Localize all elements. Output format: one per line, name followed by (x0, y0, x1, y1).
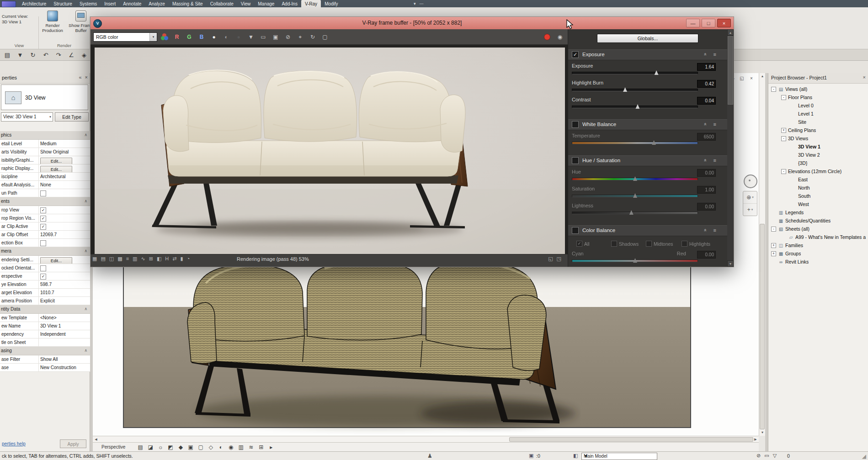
property-group-ents[interactable]: ents∧ (0, 197, 90, 206)
scroll-down-icon[interactable]: ▼ (727, 260, 734, 267)
collapse-section-icon[interactable]: » (702, 53, 708, 56)
property-value[interactable]: Edit... (39, 256, 90, 264)
property-checkbox[interactable] (40, 265, 46, 271)
property-checkbox[interactable]: ✓ (40, 216, 46, 222)
save-icon[interactable]: ▼ (16, 52, 24, 58)
slider-track[interactable] (572, 89, 698, 91)
ribbon-minimize-icon[interactable]: — (420, 1, 424, 6)
save-image-icon[interactable]: ▼ (246, 32, 256, 42)
slider-handle[interactable] (633, 176, 637, 181)
resize-grip-icon[interactable]: ◢ (862, 453, 866, 460)
property-group-asing[interactable]: asing∧ (0, 347, 90, 355)
section-menu-icon[interactable]: ≡ (714, 52, 716, 57)
fit-image-icon[interactable]: ◱ (548, 256, 553, 262)
collapse-node-icon[interactable]: - (781, 95, 786, 100)
collapse-section-icon[interactable]: » (702, 159, 708, 162)
show-corrections-icon[interactable]: ◉ (555, 32, 565, 42)
browser-item-3d-views[interactable]: -3D Views (768, 134, 868, 143)
crop-view-icon[interactable]: ▣ (187, 444, 194, 450)
chevron-down-icon[interactable]: ▾ (751, 208, 753, 211)
tab-modify[interactable]: Modify (321, 0, 341, 7)
viewport-sofa-model[interactable] (169, 256, 580, 434)
slider-value[interactable]: 6500 (697, 133, 716, 141)
tab-collaborate[interactable]: Collaborate (207, 0, 237, 7)
display-correction-icon[interactable]: ▢ (320, 32, 330, 42)
property-value[interactable] (39, 239, 90, 247)
scroll-left-icon[interactable]: ◀ (93, 436, 99, 443)
property-value[interactable]: 598.7 (39, 280, 90, 288)
property-value[interactable]: Show All (39, 355, 90, 363)
property-value[interactable]: Architectural (39, 173, 90, 180)
menu-icon[interactable]: ≡ (126, 256, 129, 262)
property-checkbox[interactable]: ✓ (40, 207, 46, 213)
browser-item-legends[interactable]: ▥Legends (768, 208, 868, 217)
collapse-node-icon[interactable]: - (771, 227, 776, 232)
close-panel-icon[interactable]: × (85, 74, 88, 80)
view-selector-dropdown[interactable]: View: 3D View 1 ▼ (1, 112, 53, 122)
render-production-button[interactable]: Render Production (39, 9, 66, 43)
tab-manage[interactable]: Manage (254, 0, 278, 7)
render-dialog-icon[interactable]: ◆ (177, 444, 184, 450)
property-value[interactable]: <None> (39, 314, 90, 322)
checkbox[interactable]: ✓ (576, 241, 582, 247)
copy-image-icon[interactable]: ▣ (271, 32, 281, 42)
browser-item-revit-links[interactable]: ∞Revit Links (768, 258, 868, 266)
slider-value[interactable]: 0.00 (697, 203, 716, 211)
browser-item-north[interactable]: North (768, 184, 868, 192)
property-value[interactable]: Edit... (39, 156, 90, 164)
property-value[interactable]: None (39, 181, 90, 189)
vertical-scroll-thumb[interactable] (760, 224, 765, 429)
browser-item-west[interactable]: West (768, 200, 868, 208)
browser-item-ceiling-plans[interactable]: +Ceiling Plans (768, 126, 868, 134)
property-value[interactable]: Medium (39, 140, 90, 148)
property-value[interactable]: Edit... (39, 164, 90, 172)
slider-value[interactable]: 0.42 (697, 80, 716, 88)
property-value[interactable]: 12069.7 (39, 231, 90, 238)
slider-value[interactable]: 0.04 (697, 97, 716, 105)
mode-shadows[interactable]: Shadows (611, 241, 639, 247)
slider-handle[interactable] (655, 70, 659, 75)
force-update-icon[interactable]: ↻ (308, 32, 318, 42)
browser-item-3d-view-1[interactable]: 3D View 1 (768, 143, 868, 151)
slider-track[interactable] (572, 195, 698, 197)
corrections-scroll-thumb[interactable] (728, 36, 733, 105)
browser-item-floor-plans[interactable]: -Floor Plans (768, 93, 868, 101)
reveal-hidden-icon[interactable]: ◉ (228, 444, 234, 450)
edit-button[interactable]: Edit... (40, 158, 72, 164)
lock-view-icon[interactable]: ◇ (208, 444, 214, 450)
group-collapse-icon[interactable]: ∧ (84, 132, 87, 137)
redo-icon[interactable]: ↷ (55, 52, 62, 58)
slider-handle[interactable] (633, 193, 637, 198)
more-controls-icon[interactable]: ▸ (268, 444, 274, 450)
constraints-icon[interactable]: ⊞ (258, 444, 264, 450)
track-mouse-icon[interactable]: ⌖ (295, 32, 305, 42)
collapse-node-icon[interactable]: - (771, 87, 776, 92)
property-value[interactable]: 1010.7 (39, 289, 90, 296)
history-icon[interactable]: H (165, 256, 169, 262)
exclude-options-icon[interactable]: ⊘ (756, 453, 761, 459)
group-collapse-icon[interactable]: ∧ (84, 307, 87, 311)
filter-icon[interactable]: ▽ (773, 453, 777, 459)
browser-item-schedules-quantities[interactable]: ▦Schedules/Quantities (768, 217, 868, 225)
measure-icon[interactable]: ∠ (68, 52, 75, 58)
ab-swap-icon[interactable]: ⇄ (172, 256, 176, 262)
editable-only-icon[interactable]: ▣ (529, 453, 533, 459)
collapse-section-icon[interactable]: » (702, 229, 708, 232)
section-enable-checkbox[interactable]: ✓ (572, 51, 579, 58)
property-checkbox[interactable] (40, 190, 46, 196)
show-crop-icon[interactable]: ▢ (197, 444, 204, 450)
checkbox[interactable] (646, 241, 652, 247)
tab-add-ins[interactable]: Add-Ins (278, 0, 301, 7)
browser-item-level-0[interactable]: Level 0 (768, 101, 868, 110)
expand-node-icon[interactable]: + (771, 251, 776, 256)
curve-icon[interactable]: ∿ (141, 256, 145, 262)
scroll-up-icon[interactable]: ▲ (759, 73, 766, 79)
slider-value[interactable]: 0.00 (697, 251, 716, 259)
open-icon[interactable]: ▤ (4, 52, 11, 58)
application-menu-button[interactable] (1, 1, 16, 7)
minimize-button[interactable]: — (686, 19, 700, 27)
browser-item-south[interactable]: South (768, 192, 868, 200)
slider-track[interactable] (572, 178, 698, 180)
browser-item-3d-view-2[interactable]: 3D View 2 (768, 151, 868, 159)
close-icon[interactable]: × (863, 74, 866, 80)
